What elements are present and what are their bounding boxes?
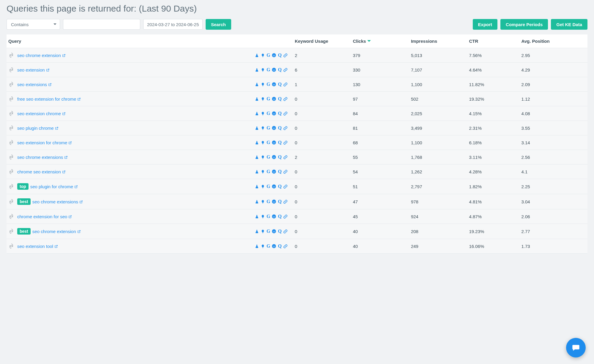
reddit-icon[interactable] xyxy=(272,126,276,130)
quora-icon[interactable]: Q xyxy=(278,229,281,234)
google-icon[interactable]: G xyxy=(267,214,270,219)
bulb-icon[interactable] xyxy=(261,184,265,189)
quora-icon[interactable]: Q xyxy=(278,67,281,72)
link-icon[interactable] xyxy=(283,184,288,189)
match-mode-select[interactable]: Contains xyxy=(7,19,60,30)
google-icon[interactable]: G xyxy=(267,154,270,160)
google-icon[interactable]: G xyxy=(267,96,270,102)
quora-icon[interactable]: Q xyxy=(278,96,281,102)
reddit-icon[interactable] xyxy=(272,111,276,116)
query-link[interactable]: seo extension chrome xyxy=(17,111,66,116)
bulb-icon[interactable] xyxy=(261,229,265,234)
query-link[interactable]: chrome extension for seo xyxy=(17,214,72,219)
bulb-icon[interactable] xyxy=(261,200,265,204)
bulb-icon[interactable] xyxy=(261,170,265,174)
query-link[interactable]: seo chrome extensions xyxy=(32,199,83,204)
flask-icon[interactable] xyxy=(255,229,259,234)
ai-icon[interactable] xyxy=(8,140,14,145)
filter-input[interactable] xyxy=(63,19,140,30)
col-keyword-usage[interactable]: Keyword Usage xyxy=(291,34,349,48)
query-link[interactable]: seo extension for chrome xyxy=(17,140,72,145)
bulb-icon[interactable] xyxy=(261,214,265,219)
query-link[interactable]: seo chrome extensions xyxy=(17,155,68,160)
ai-icon[interactable] xyxy=(8,199,14,205)
ai-icon[interactable] xyxy=(8,52,14,58)
reddit-icon[interactable] xyxy=(272,140,276,145)
reddit-icon[interactable] xyxy=(272,184,276,189)
flask-icon[interactable] xyxy=(255,170,259,174)
google-icon[interactable]: G xyxy=(267,125,270,131)
google-icon[interactable]: G xyxy=(267,67,270,72)
ai-icon[interactable] xyxy=(8,67,14,73)
ai-icon[interactable] xyxy=(8,125,14,131)
bulb-icon[interactable] xyxy=(261,111,265,116)
bulb-icon[interactable] xyxy=(261,126,265,130)
reddit-icon[interactable] xyxy=(272,199,276,204)
google-icon[interactable]: G xyxy=(267,243,270,249)
quora-icon[interactable]: Q xyxy=(278,53,281,58)
flask-icon[interactable] xyxy=(255,244,259,249)
query-link[interactable]: seo extension tool xyxy=(17,244,58,249)
reddit-icon[interactable] xyxy=(272,82,276,87)
quora-icon[interactable]: Q xyxy=(278,140,281,145)
col-ctr[interactable]: CTR xyxy=(465,34,518,48)
query-link[interactable]: seo chrome extension xyxy=(32,229,81,234)
col-avg-position[interactable]: Avg. Position xyxy=(518,34,587,48)
flask-icon[interactable] xyxy=(255,111,259,116)
link-icon[interactable] xyxy=(283,229,288,234)
quora-icon[interactable]: Q xyxy=(278,111,281,116)
col-query[interactable]: Query xyxy=(7,34,291,48)
link-icon[interactable] xyxy=(283,126,288,130)
reddit-icon[interactable] xyxy=(272,214,276,219)
search-button[interactable]: Search xyxy=(206,19,231,30)
bulb-icon[interactable] xyxy=(261,140,265,145)
bulb-icon[interactable] xyxy=(261,68,265,72)
reddit-icon[interactable] xyxy=(272,244,276,249)
link-icon[interactable] xyxy=(283,68,288,72)
bulb-icon[interactable] xyxy=(261,82,265,87)
link-icon[interactable] xyxy=(283,140,288,145)
bulb-icon[interactable] xyxy=(261,244,265,249)
link-icon[interactable] xyxy=(283,111,288,116)
bulb-icon[interactable] xyxy=(261,53,265,58)
reddit-icon[interactable] xyxy=(272,229,276,234)
google-icon[interactable]: G xyxy=(267,169,270,174)
reddit-icon[interactable] xyxy=(272,169,276,174)
flask-icon[interactable] xyxy=(255,214,259,219)
flask-icon[interactable] xyxy=(255,53,259,58)
google-icon[interactable]: G xyxy=(267,229,270,234)
col-impressions[interactable]: Impressions xyxy=(407,34,466,48)
ai-icon[interactable] xyxy=(8,243,14,249)
query-link[interactable]: seo extensions xyxy=(17,82,52,87)
quora-icon[interactable]: Q xyxy=(278,199,281,204)
google-icon[interactable]: G xyxy=(267,199,270,204)
google-icon[interactable]: G xyxy=(267,140,270,145)
quora-icon[interactable]: Q xyxy=(278,154,281,160)
ai-icon[interactable] xyxy=(8,183,14,189)
google-icon[interactable]: G xyxy=(267,184,270,189)
ai-icon[interactable] xyxy=(8,110,14,116)
quora-icon[interactable]: Q xyxy=(278,125,281,131)
link-icon[interactable] xyxy=(283,170,288,174)
ai-icon[interactable] xyxy=(8,96,14,102)
date-range-input[interactable] xyxy=(143,19,203,30)
link-icon[interactable] xyxy=(283,244,288,249)
flask-icon[interactable] xyxy=(255,155,259,159)
quora-icon[interactable]: Q xyxy=(278,82,281,87)
flask-icon[interactable] xyxy=(255,126,259,130)
reddit-icon[interactable] xyxy=(272,53,276,58)
reddit-icon[interactable] xyxy=(272,155,276,159)
col-clicks[interactable]: Clicks xyxy=(349,34,407,48)
ai-icon[interactable] xyxy=(8,81,14,87)
link-icon[interactable] xyxy=(283,82,288,87)
flask-icon[interactable] xyxy=(255,184,259,189)
quora-icon[interactable]: Q xyxy=(278,243,281,249)
bulb-icon[interactable] xyxy=(261,155,265,159)
reddit-icon[interactable] xyxy=(272,96,276,101)
query-link[interactable]: seo plugin for chrome xyxy=(30,184,78,189)
quora-icon[interactable]: Q xyxy=(278,169,281,174)
link-icon[interactable] xyxy=(283,53,288,58)
query-link[interactable]: free seo extension for chrome xyxy=(17,96,81,102)
flask-icon[interactable] xyxy=(255,82,259,87)
google-icon[interactable]: G xyxy=(267,53,270,58)
